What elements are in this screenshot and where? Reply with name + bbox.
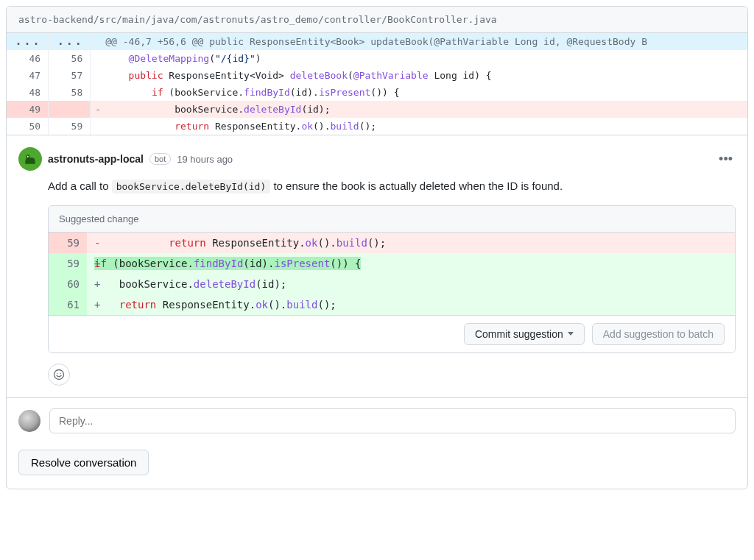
- suggestion-box: Suggested change 59- return ResponseEnti…: [48, 205, 736, 353]
- expand-icon[interactable]: ...: [49, 33, 91, 50]
- code-line: + bookService.deleteById(id);: [87, 274, 735, 294]
- expand-icon[interactable]: ...: [7, 33, 49, 50]
- reply-row: [7, 397, 747, 444]
- line-number-new[interactable]: 57: [49, 67, 91, 84]
- code-line: @DeleteMapping("/{id}"): [91, 50, 747, 67]
- diff-row: 4656 @DeleteMapping("/{id}"): [7, 50, 747, 67]
- comment-timestamp[interactable]: 19 hours ago: [177, 154, 233, 165]
- resolve-row: Resolve conversation: [7, 444, 747, 489]
- suggestion-row: 59- return ResponseEntity.ok().build();: [49, 233, 735, 253]
- suggestion-actions: Commit suggestion Add suggestion to batc…: [49, 315, 735, 352]
- comment-text: to ensure the book is actually deleted w…: [270, 180, 563, 192]
- bot-badge: bot: [149, 153, 171, 165]
- hunk-header-text: @@ -46,7 +56,6 @@ public ResponseEntity<…: [91, 33, 747, 50]
- svg-point-2: [54, 369, 64, 379]
- line-number-new[interactable]: 59: [49, 118, 91, 135]
- comment-body: Add a call to bookService.deleteById(id)…: [48, 178, 736, 195]
- inline-code: bookService.deleteById(id): [112, 180, 271, 194]
- diff-row: 4858 if (bookService.findById(id).isPres…: [7, 84, 747, 101]
- code-line: + return ResponseEntity.ok().build();: [87, 294, 735, 315]
- commit-suggestion-button[interactable]: Commit suggestion: [464, 323, 585, 345]
- line-number: 61: [49, 294, 87, 315]
- line-number-new[interactable]: [49, 101, 91, 118]
- diff-row: 5059 return ResponseEntity.ok().build();: [7, 118, 747, 135]
- comment-text: Add a call to: [48, 180, 112, 192]
- comment-header: astronuts-app-local bot 19 hours ago •••: [18, 147, 736, 171]
- diff-table: ... ... @@ -46,7 +56,6 @@ public Respons…: [7, 33, 747, 135]
- line-number: 60: [49, 274, 87, 294]
- reply-input[interactable]: [49, 408, 736, 433]
- code-line: return ResponseEntity.ok().build();: [91, 118, 747, 135]
- svg-point-3: [57, 372, 57, 373]
- suggestion-row: 60+ bookService.deleteById(id);: [49, 274, 735, 294]
- line-number-old[interactable]: 46: [7, 50, 49, 67]
- suggestion-row: 59+if (bookService.findById(id).isPresen…: [49, 253, 735, 274]
- suggestion-title: Suggested change: [49, 206, 735, 233]
- suggestion-row: 61+ return ResponseEntity.ok().build();: [49, 294, 735, 315]
- add-reaction-icon[interactable]: [48, 364, 70, 386]
- chevron-down-icon: [568, 332, 574, 336]
- code-line: if (bookService.findById(id).isPresent()…: [91, 84, 747, 101]
- code-line: +if (bookService.findById(id).isPresent(…: [87, 253, 735, 274]
- diff-row: 49- bookService.deleteById(id);: [7, 101, 747, 118]
- code-line: - bookService.deleteById(id);: [91, 101, 747, 118]
- line-number-new[interactable]: 56: [49, 50, 91, 67]
- line-number: 59: [49, 253, 87, 274]
- code-line: public ResponseEntity<Void> deleteBook(@…: [91, 67, 747, 84]
- line-number-new[interactable]: 58: [49, 84, 91, 101]
- svg-point-4: [60, 372, 61, 373]
- comment-container: astronuts-app-local bot 19 hours ago •••…: [7, 135, 747, 397]
- file-path-header[interactable]: astro-backend/src/main/java/com/astronut…: [7, 7, 747, 33]
- line-number-old[interactable]: 50: [7, 118, 49, 135]
- comment-author[interactable]: astronuts-app-local: [48, 153, 144, 165]
- button-label: Commit suggestion: [475, 328, 563, 340]
- line-number: 59: [49, 233, 87, 253]
- suggestion-table: 59- return ResponseEntity.ok().build();5…: [49, 233, 735, 315]
- resolve-conversation-button[interactable]: Resolve conversation: [18, 450, 149, 475]
- review-thread-card: astro-backend/src/main/java/com/astronut…: [6, 6, 748, 489]
- avatar[interactable]: [18, 147, 42, 171]
- code-line: - return ResponseEntity.ok().build();: [87, 233, 735, 253]
- line-number-old[interactable]: 49: [7, 101, 49, 118]
- avatar[interactable]: [18, 410, 40, 432]
- line-number-old[interactable]: 47: [7, 67, 49, 84]
- add-to-batch-button[interactable]: Add suggestion to batch: [592, 323, 725, 345]
- hunk-header-row: ... ... @@ -46,7 +56,6 @@ public Respons…: [7, 33, 747, 50]
- svg-point-1: [27, 156, 29, 157]
- button-label: Add suggestion to batch: [603, 328, 714, 340]
- diff-row: 4757 public ResponseEntity<Void> deleteB…: [7, 67, 747, 84]
- line-number-old[interactable]: 48: [7, 84, 49, 101]
- kebab-menu-icon[interactable]: •••: [716, 152, 736, 167]
